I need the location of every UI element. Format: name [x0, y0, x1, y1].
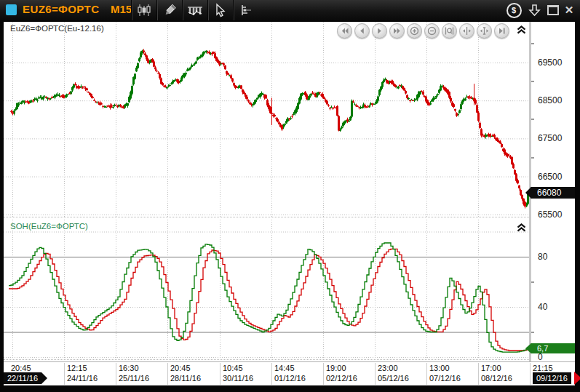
close-icon[interactable]: ✕ — [560, 2, 578, 18]
time-label: 20:45 — [170, 364, 191, 372]
download-icon[interactable] — [525, 2, 543, 18]
time-axis-separator — [271, 363, 272, 385]
levels-icon[interactable] — [233, 0, 258, 20]
stoch-d-line — [9, 249, 529, 351]
compress-horizontal-button[interactable] — [459, 23, 474, 39]
chart-toolbar — [131, 0, 258, 20]
time-axis[interactable]: 20:4522/11/1612:1524/11/1616:3025/11/162… — [4, 361, 575, 386]
terminal-window: { "window": { "title": "EUZ6=ФОРТС", "ti… — [0, 0, 580, 392]
time-label: 23:00 — [378, 364, 398, 372]
date-label: 01/12/16 — [274, 374, 306, 383]
date-tag-end-arrow-icon — [574, 372, 580, 385]
candles-up-wicks — [15, 49, 528, 207]
price-tick-label: 68500 — [538, 95, 562, 105]
price-minor-tick — [531, 81, 534, 82]
date-tag-end: 09/12/16 — [533, 372, 571, 384]
time-axis-separator — [478, 363, 479, 385]
app-logo — [6, 4, 17, 15]
time-axis-separator — [167, 363, 168, 385]
collapse-upper-icon[interactable] — [516, 25, 527, 35]
price-tick-label: 67500 — [538, 133, 562, 143]
stoch-k-tag: 6,7 — [531, 343, 575, 353]
time-label: 16:30 — [119, 364, 139, 372]
price-minor-tick — [531, 119, 534, 120]
time-label: 19:00 — [326, 364, 346, 372]
date-label: 07/12/16 — [429, 374, 461, 383]
date-tag-start: 22/11/16 — [4, 372, 41, 384]
time-label: 12:15 — [67, 364, 87, 372]
candles-down-bodies — [10, 51, 526, 207]
stochastic-chart[interactable] — [4, 220, 529, 359]
time-label: 17:00 — [481, 364, 501, 372]
stoch-minor-tick — [531, 332, 534, 333]
cursor-icon[interactable] — [207, 0, 233, 20]
price-axis[interactable]: 695006850067500665006550066080804006,7 — [529, 22, 575, 361]
price-tick-label: 66500 — [538, 172, 562, 182]
time-label: 10:45 — [223, 364, 243, 372]
indicator-label: SOH(EuZ6=ФОРТС) — [10, 222, 88, 231]
date-label: 02/12/16 — [326, 374, 357, 383]
chart-workarea: EuZ6=ФОРТС(Eu-12.16) SOH(EuZ6=ФОРТС) 695… — [4, 22, 575, 385]
date-label: 08/12/16 — [481, 374, 512, 383]
candles-down-wicks — [12, 49, 525, 208]
zoom-out-button[interactable] — [424, 23, 440, 39]
time-axis-separator — [426, 363, 427, 385]
window-titlebar[interactable]: EUZ6=ФОРТС M15 $ ✕ — [0, 0, 580, 20]
chart-nav-toolbar — [337, 23, 509, 39]
draw-icon[interactable] — [156, 0, 182, 20]
compress-vertical-button[interactable] — [477, 23, 492, 39]
stoch-minor-tick — [531, 281, 534, 283]
scroll-left-button[interactable] — [354, 23, 370, 39]
time-label: 21:15 — [533, 364, 553, 372]
last-price-tag: 66080 — [531, 187, 575, 199]
candles-up-bodies — [13, 51, 529, 207]
stoch-k-line — [9, 243, 529, 352]
price-chart[interactable] — [4, 22, 529, 217]
zoom-in-button[interactable] — [407, 23, 422, 39]
price-tick-label: 65500 — [538, 209, 562, 220]
time-axis-separator — [116, 363, 116, 385]
restore-icon[interactable] — [544, 2, 562, 18]
time-axis-separator — [375, 363, 376, 385]
instrument-label: EuZ6=ФОРТС(Eu-12.16) — [10, 24, 104, 33]
time-label: 13:00 — [429, 364, 450, 372]
time-axis-separator — [323, 363, 324, 385]
time-label: 20:45 — [11, 364, 31, 372]
date-label: 30/11/16 — [223, 374, 253, 383]
date-label: 25/11/16 — [119, 374, 149, 383]
date-label: 05/12/16 — [378, 374, 409, 383]
zoom-region-button[interactable] — [442, 23, 457, 39]
timeframe-label: M15 — [111, 3, 132, 15]
currency-icon[interactable]: $ — [505, 2, 523, 18]
histogram-icon[interactable] — [182, 0, 207, 20]
scroll-right-fast-button[interactable] — [389, 23, 405, 39]
time-axis-separator — [530, 363, 531, 385]
date-label: 28/11/16 — [170, 374, 201, 383]
collapse-lower-icon[interactable] — [516, 223, 527, 233]
price-minor-tick — [531, 43, 534, 44]
stoch-tick-label: 40 — [538, 302, 547, 312]
time-label: 14:45 — [274, 364, 295, 372]
scroll-right-button[interactable] — [372, 23, 387, 39]
price-minor-tick — [531, 157, 534, 159]
date-label: 24/11/16 — [67, 374, 98, 383]
stoch-tick-label: 80 — [538, 252, 547, 262]
time-axis-separator — [64, 363, 65, 385]
window-title: EUZ6=ФОРТС — [23, 3, 99, 15]
time-axis-separator — [220, 363, 221, 385]
go-to-end-button[interactable] — [494, 23, 509, 39]
chart-type-icon[interactable] — [131, 0, 156, 20]
scroll-left-fast-button[interactable] — [337, 23, 352, 39]
panel-separator[interactable] — [4, 217, 529, 217]
panel-bottom-separator — [4, 359, 529, 360]
price-tick-label: 69500 — [538, 57, 562, 68]
